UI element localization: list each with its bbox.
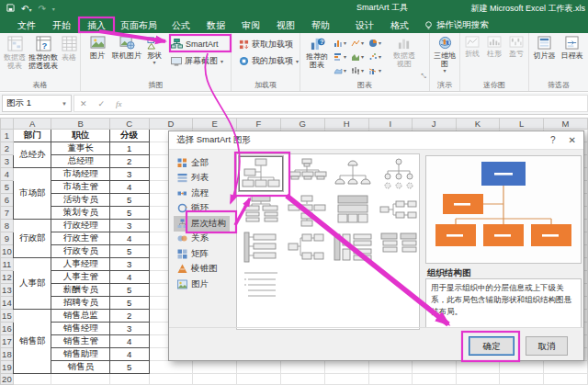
- empty-cell[interactable]: [193, 361, 237, 374]
- qat-customize-icon[interactable]: ▾: [52, 6, 55, 12]
- level-cell[interactable]: 4: [109, 335, 149, 348]
- position-cell[interactable]: 市场主管: [51, 181, 109, 194]
- dept-cell[interactable]: 人事部: [13, 258, 51, 310]
- position-cell[interactable]: 人事主管: [51, 271, 109, 284]
- table-button[interactable]: 表格: [59, 36, 79, 62]
- level-cell[interactable]: 5: [109, 194, 149, 207]
- tab-6[interactable]: 审阅: [233, 17, 268, 33]
- category-7[interactable]: 棱锥图: [174, 262, 221, 277]
- col-header-E[interactable]: E: [193, 119, 237, 130]
- row-header-13[interactable]: 13: [1, 284, 14, 297]
- pictures-button[interactable]: 图片: [85, 36, 110, 60]
- row-header-2[interactable]: 2: [1, 142, 14, 155]
- recommended-pivottables-button[interactable]: ? 推荐的数据透视表: [28, 36, 58, 70]
- empty-cell[interactable]: [280, 361, 324, 374]
- table-header-cell[interactable]: 职位: [51, 130, 109, 142]
- map-chart-dropdown[interactable]: ▾: [334, 63, 351, 77]
- level-cell[interactable]: 4: [109, 271, 149, 284]
- category-5[interactable]: 关系: [174, 232, 212, 247]
- tab-7[interactable]: 视图: [268, 17, 303, 33]
- col-header-H[interactable]: H: [324, 119, 368, 130]
- line-chart-dropdown[interactable]: ▾: [351, 36, 368, 50]
- tab-8[interactable]: 帮助: [303, 17, 338, 33]
- position-cell[interactable]: 总经理: [51, 155, 109, 168]
- position-cell[interactable]: 行政专员: [51, 245, 109, 258]
- redo-icon[interactable]: ↷: [38, 4, 45, 14]
- save-icon[interactable]: [6, 4, 15, 14]
- empty-cell[interactable]: [543, 361, 587, 374]
- tab-1[interactable]: 开始: [44, 17, 79, 33]
- tab-10[interactable]: 格式: [382, 17, 417, 33]
- my-addins-button[interactable]: 我的加载项▾: [239, 55, 299, 67]
- category-2[interactable]: 流程: [174, 186, 212, 201]
- insert-function-icon[interactable]: fx: [110, 99, 128, 108]
- level-cell[interactable]: 5: [109, 245, 149, 258]
- empty-cell[interactable]: [280, 374, 324, 385]
- category-8[interactable]: 图片: [174, 277, 212, 292]
- formula-input[interactable]: ✕ ✓ fx: [74, 95, 588, 112]
- row-header-9[interactable]: 9: [1, 232, 14, 245]
- tab-2-active[interactable]: 插入: [79, 17, 114, 33]
- confirm-entry-icon[interactable]: ✓: [93, 99, 111, 108]
- tab-3[interactable]: 页面布局: [114, 17, 164, 33]
- position-cell[interactable]: 董事长: [51, 142, 109, 155]
- dept-cell[interactable]: 市场部: [13, 168, 51, 220]
- col-header-B[interactable]: B: [51, 119, 109, 130]
- layout-thumbnail-name-and-title-org-chart[interactable]: [285, 156, 329, 191]
- empty-cell[interactable]: [237, 374, 281, 385]
- level-cell[interactable]: 2: [109, 310, 149, 323]
- category-3[interactable]: 循环: [174, 201, 212, 217]
- smartart-button[interactable]: SmartArt: [171, 39, 219, 49]
- name-box-dropdown-icon[interactable]: ▼: [62, 101, 67, 107]
- empty-cell[interactable]: [412, 374, 456, 385]
- level-cell[interactable]: 5: [109, 284, 149, 297]
- empty-cell[interactable]: [149, 361, 193, 374]
- dept-cell[interactable]: 行政部: [13, 220, 51, 258]
- cancel-entry-icon[interactable]: ✕: [74, 99, 93, 108]
- sparkline-column-button[interactable]: 柱形: [484, 36, 504, 58]
- col-header-F[interactable]: F: [237, 119, 281, 130]
- row-header-16[interactable]: 16: [1, 323, 14, 335]
- row-header-11[interactable]: 11: [1, 258, 14, 271]
- col-header-D[interactable]: D: [149, 119, 193, 130]
- sparkline-line-button[interactable]: 折线: [462, 36, 482, 58]
- empty-cell[interactable]: [368, 374, 412, 385]
- layout-thumbnail-horizontal-org-chart[interactable]: [377, 193, 421, 228]
- row-header-10[interactable]: 10: [1, 245, 14, 258]
- tell-me-search[interactable]: 操作说明搜索: [424, 17, 489, 33]
- table-header-cell[interactable]: 分级: [109, 130, 149, 142]
- tab-0[interactable]: 文件: [9, 17, 44, 33]
- level-cell[interactable]: 4: [109, 348, 149, 361]
- select-all-corner[interactable]: [1, 119, 14, 130]
- col-header-M[interactable]: M: [543, 119, 587, 130]
- combo-chart-dropdown[interactable]: ▾: [368, 63, 386, 77]
- empty-cell[interactable]: [412, 361, 456, 374]
- row-header-8[interactable]: 8: [1, 220, 14, 232]
- position-cell[interactable]: 招聘专员: [51, 297, 109, 310]
- layout-thumbnail-hierarchy-list[interactable]: [377, 230, 421, 265]
- category-0[interactable]: 全部: [174, 155, 212, 171]
- shapes-button[interactable]: 形状▾: [143, 36, 165, 66]
- position-cell[interactable]: 销售总监: [51, 310, 109, 323]
- stock-chart-dropdown[interactable]: ▾: [351, 63, 368, 77]
- scatter-chart-dropdown[interactable]: ▾: [368, 50, 386, 63]
- col-header-L[interactable]: L: [500, 119, 544, 130]
- col-header-G[interactable]: G: [280, 119, 324, 130]
- position-cell[interactable]: 行政主管: [51, 232, 109, 245]
- category-6[interactable]: 矩阵: [174, 246, 212, 262]
- row-header-5[interactable]: 5: [1, 181, 14, 194]
- tab-4[interactable]: 公式: [164, 17, 198, 33]
- row-header-7[interactable]: 7: [1, 207, 14, 220]
- empty-cell[interactable]: [193, 374, 237, 385]
- dept-cell[interactable]: 总经办: [13, 142, 51, 168]
- charts-dialog-launcher-icon[interactable]: ⤡: [421, 73, 426, 80]
- layout-thumbnail-org-chart-selected[interactable]: [239, 156, 283, 191]
- level-cell[interactable]: 1: [109, 142, 149, 155]
- position-cell[interactable]: 销售经理: [51, 323, 109, 335]
- category-1[interactable]: 列表: [174, 171, 212, 187]
- pivottable-button[interactable]: 数据透视表: [2, 36, 28, 70]
- layout-thumbnail-half-circle-org-chart[interactable]: [331, 156, 375, 191]
- level-cell[interactable]: 3: [109, 220, 149, 232]
- ok-button[interactable]: 确定: [469, 336, 514, 356]
- map3d-button[interactable]: 三维地图▾: [432, 36, 458, 74]
